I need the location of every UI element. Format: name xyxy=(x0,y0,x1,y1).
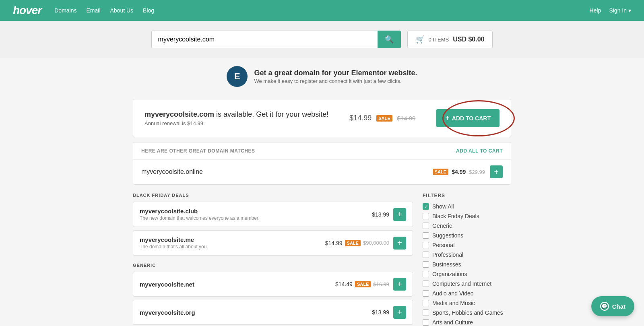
renewal-text: Annual renewal is $14.99. xyxy=(144,120,328,126)
nav-blog[interactable]: Blog xyxy=(143,7,154,14)
filter-checkbox-8[interactable] xyxy=(423,281,429,287)
promo-banner: E Get a great domain for your Elementor … xyxy=(0,58,644,91)
deal-domain-org: myverycoolsite.org xyxy=(140,309,372,316)
filter-item-8[interactable]: Computers and Internet xyxy=(423,281,511,287)
nav-email[interactable]: Email xyxy=(87,7,101,14)
deal-row-me: myverycoolsite.me The domain that's all … xyxy=(133,231,413,255)
cart-total: USD $0.00 xyxy=(453,36,484,43)
generic-section-label: GENERIC xyxy=(133,263,413,268)
navbar-right: Help Sign In ▾ xyxy=(590,7,631,14)
black-friday-section-label: BLACK FRIDAY DEALS xyxy=(133,193,413,198)
filter-item-12[interactable]: Arts and Culture xyxy=(423,319,511,326)
other-matches-header: HERE ARE OTHER GREAT DOMAIN MATCHES ADD … xyxy=(133,142,511,160)
deal-row: myverycoolsite.club The new domain that … xyxy=(133,202,413,227)
filter-checkbox-3[interactable] xyxy=(423,232,429,239)
chat-bubble-icon: 💬 xyxy=(600,302,609,311)
filters-col: FILTERS ✓Show AllBlack Friday DealsGener… xyxy=(423,193,511,326)
search-button[interactable]: 🔍 xyxy=(378,31,401,48)
filter-checkbox-0[interactable]: ✓ xyxy=(423,203,429,210)
nav-signin[interactable]: Sign In ▾ xyxy=(609,7,631,14)
filter-checkbox-10[interactable] xyxy=(423,300,429,306)
deal-sale-badge-me: SALE xyxy=(345,240,361,246)
filter-label-2: Generic xyxy=(432,223,452,229)
deal-add-button-net[interactable]: + xyxy=(393,278,406,291)
deal-info-org: myverycoolsite.org xyxy=(140,309,372,316)
main-content: myverycoolsite.com is available. Get it … xyxy=(133,91,511,326)
filter-item-0[interactable]: ✓Show All xyxy=(423,203,511,210)
other-matches: HERE ARE OTHER GREAT DOMAIN MATCHES ADD … xyxy=(133,142,511,185)
sale-badge: SALE xyxy=(376,115,392,122)
navbar-links: Domains Email About Us Blog xyxy=(54,7,154,14)
filter-checkbox-2[interactable] xyxy=(423,223,429,229)
deal-info: myverycoolsite.club The new domain that … xyxy=(140,208,372,221)
filter-checkbox-11[interactable] xyxy=(423,309,429,316)
other-matches-title: HERE ARE OTHER GREAT DOMAIN MATCHES xyxy=(141,148,255,154)
add-to-cart-label: ADD TO CART xyxy=(452,115,491,122)
navbar-logo: hover xyxy=(13,4,41,17)
filter-item-5[interactable]: Professional xyxy=(423,252,511,258)
filter-item-4[interactable]: Personal xyxy=(423,242,511,248)
filter-label-0: Show All xyxy=(432,203,454,210)
filter-checkbox-4[interactable] xyxy=(423,242,429,248)
filter-item-7[interactable]: Organizations xyxy=(423,271,511,277)
add-to-cart-button[interactable]: + ADD TO CART xyxy=(436,109,500,127)
filter-checkbox-9[interactable] xyxy=(423,290,429,297)
filter-item-10[interactable]: Media and Music xyxy=(423,300,511,306)
deal-sale-badge-net: SALE xyxy=(355,281,371,287)
available-domain-name: myverycoolsite.com is available. Get it … xyxy=(144,110,328,119)
deal-desc-me: The domain that's all about you. xyxy=(140,244,325,250)
match-price: $4.99 xyxy=(452,169,466,175)
promo-inner: E Get a great domain for your Elementor … xyxy=(227,66,417,87)
filter-item-2[interactable]: Generic xyxy=(423,223,511,229)
deal-price-area-org: $13.99 xyxy=(372,309,389,316)
deal-add-button-org[interactable]: + xyxy=(393,306,406,319)
filter-checkbox-6[interactable] xyxy=(423,261,429,268)
add-all-button[interactable]: ADD ALL TO CART xyxy=(456,148,503,154)
deal-info-net: myverycoolsite.net xyxy=(140,281,335,288)
deal-add-button-me[interactable]: + xyxy=(393,237,406,250)
match-add-button[interactable]: + xyxy=(490,165,503,178)
nav-domains[interactable]: Domains xyxy=(54,7,76,14)
deal-domain: myverycoolsite.club xyxy=(140,208,372,215)
filter-label-3: Suggestions xyxy=(432,232,463,239)
deal-card-org: myverycoolsite.org $13.99 + xyxy=(133,300,413,325)
cart-widget[interactable]: 🛒 0 ITEMS USD $0.00 xyxy=(407,31,493,48)
nav-help[interactable]: Help xyxy=(590,7,601,14)
navbar-left: hover Domains Email About Us Blog xyxy=(13,4,154,17)
filter-label-6: Businesses xyxy=(432,261,461,268)
deal-desc: The new domain that welcomes everyone as… xyxy=(140,215,372,221)
filter-label-5: Professional xyxy=(432,252,463,258)
filter-checkbox-12[interactable] xyxy=(423,319,429,326)
match-sale-badge: SALE xyxy=(433,169,448,175)
deal-domain-me: myverycoolsite.me xyxy=(140,236,325,243)
filter-checkbox-1[interactable] xyxy=(423,213,429,219)
deal-card-net: myverycoolsite.net $14.49 SALE $16.99 + xyxy=(133,272,413,297)
chat-button[interactable]: 💬 Chat xyxy=(591,296,634,316)
search-input[interactable] xyxy=(151,31,378,48)
chat-label: Chat xyxy=(612,303,625,310)
filter-item-9[interactable]: Audio and Video xyxy=(423,290,511,297)
filter-checkbox-7[interactable] xyxy=(423,271,429,277)
domain-available-card: myverycoolsite.com is available. Get it … xyxy=(133,99,511,137)
deal-row-org: myverycoolsite.org $13.99 + xyxy=(133,300,413,324)
filter-label-12: Arts and Culture xyxy=(432,319,473,326)
promo-text: Get a great domain for your Elementor we… xyxy=(254,69,417,84)
deal-price-org: $13.99 xyxy=(372,309,389,316)
nav-about[interactable]: About Us xyxy=(110,7,134,14)
domain-price-area: $14.99 SALE $14.99 xyxy=(349,114,415,122)
filter-checkbox-5[interactable] xyxy=(423,252,429,258)
deal-add-button-club[interactable]: + xyxy=(393,208,406,221)
filter-item-1[interactable]: Black Friday Deals xyxy=(423,213,511,219)
deal-price-area-me: $14.99 SALE $90,000.00 xyxy=(325,240,389,246)
two-col: BLACK FRIDAY DEALS myverycoolsite.club T… xyxy=(133,193,511,326)
filter-item-6[interactable]: Businesses xyxy=(423,261,511,268)
filter-item-11[interactable]: Sports, Hobbies and Games xyxy=(423,309,511,316)
deal-card-me: myverycoolsite.me The domain that's all … xyxy=(133,230,413,256)
deal-price-area-net: $14.49 SALE $16.99 xyxy=(335,281,389,287)
chevron-down-icon: ▾ xyxy=(628,7,631,14)
filter-item-3[interactable]: Suggestions xyxy=(423,232,511,239)
domain-original-price: $14.99 xyxy=(397,115,416,122)
search-area: 🔍 🛒 0 ITEMS USD $0.00 xyxy=(0,21,644,58)
promo-title: Get a great domain for your Elementor we… xyxy=(254,69,417,77)
search-bar: 🔍 xyxy=(151,31,401,48)
